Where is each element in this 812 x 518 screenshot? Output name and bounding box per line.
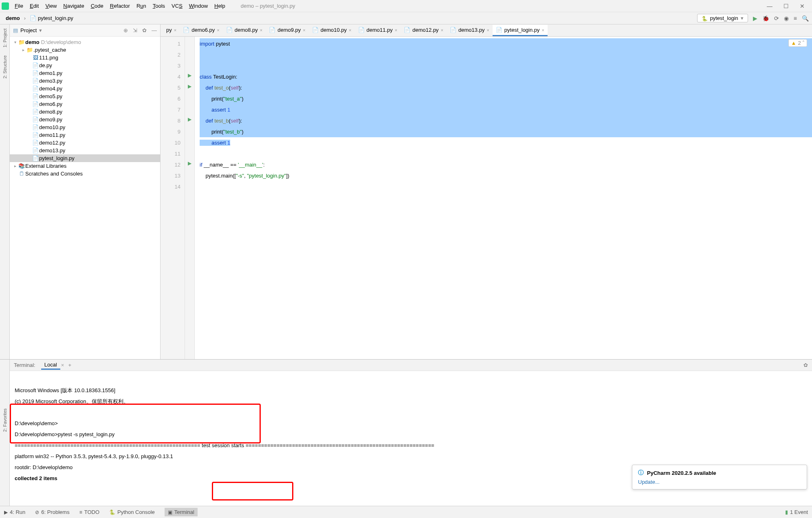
tree-file[interactable]: 📄demo13.py	[10, 147, 160, 154]
tree-file[interactable]: 📄demo4.py	[10, 85, 160, 92]
gutter-icons[interactable]: ▶▶▶▶	[185, 37, 195, 359]
tree-file[interactable]: 📄demo8.py	[10, 108, 160, 116]
run-config-selector[interactable]: pytest_login ▾	[697, 14, 748, 22]
settings-icon[interactable]: ✿	[142, 27, 147, 33]
editor-tab[interactable]: 📄demo6.py×	[180, 25, 223, 36]
close-icon[interactable]: ×	[61, 362, 64, 368]
menu-vcs[interactable]: VCS	[168, 2, 186, 10]
run-button[interactable]: ▶	[753, 15, 757, 22]
window-maximize[interactable]: ☐	[778, 3, 794, 9]
code-editor[interactable]: 1234567891011121314 ▶▶▶▶ import pytest c…	[161, 37, 812, 359]
tree-file[interactable]: 📄demo11.py	[10, 131, 160, 139]
close-icon[interactable]: ×	[441, 28, 443, 33]
left-tool-strip-bottom: 2: Favorites	[0, 360, 10, 506]
window-minimize[interactable]: —	[761, 3, 778, 9]
window-title: demo – pytest_login.py	[241, 3, 295, 9]
close-icon[interactable]: ×	[486, 28, 489, 33]
tool-structure[interactable]: 2: Structure	[2, 55, 7, 79]
notif-title: PyCharm 2020.2.5 available	[647, 470, 716, 476]
breadcrumb-root[interactable]: demo	[3, 14, 22, 22]
close-icon[interactable]: ×	[349, 28, 351, 33]
status-run[interactable]: ▶ 4: Run	[4, 509, 25, 515]
window-close[interactable]: ✕	[794, 3, 810, 9]
close-icon[interactable]: ×	[395, 28, 397, 33]
python-icon	[702, 15, 707, 21]
editor-tab[interactable]: 📄demo8.py×	[223, 25, 266, 36]
menu-navigate[interactable]: Navigate	[60, 2, 87, 10]
tool-favorites[interactable]: 2: Favorites	[2, 408, 7, 432]
status-event-log[interactable]: ▮ 1 Event	[785, 509, 808, 515]
tree-external-libs[interactable]: ▸📚External Libraries	[10, 162, 160, 170]
editor-area: py× 📄demo6.py× 📄demo8.py× 📄demo9.py× 📄de…	[161, 24, 812, 359]
close-icon[interactable]: ×	[174, 28, 176, 33]
tree-root[interactable]: ▾📁 demoD:\develop\demo	[10, 38, 160, 46]
tree-scratches[interactable]: 🗒Scratches and Consoles	[10, 170, 160, 178]
locate-icon[interactable]: ⊕	[123, 27, 128, 33]
terminal-tab[interactable]: Local	[41, 361, 60, 370]
close-icon[interactable]: ×	[542, 28, 544, 33]
notif-update-link[interactable]: Update...	[638, 479, 801, 485]
chevron-down-icon: ▾	[741, 15, 744, 21]
debug-button[interactable]: 🐞	[762, 15, 769, 22]
tree-file[interactable]: 📄demo12.py	[10, 139, 160, 147]
status-todo[interactable]: ≡ TODO	[79, 509, 99, 515]
terminal-label: Terminal:	[14, 362, 35, 368]
tree-folder-cache[interactable]: ▸📁.pytest_cache	[10, 46, 160, 54]
tree-file[interactable]: 🖼111.png	[10, 54, 160, 61]
project-tree[interactable]: ▾📁 demoD:\develop\demo ▸📁.pytest_cache 🖼…	[10, 37, 160, 359]
project-tool-window: ▤ Project ▾ ⊕ ⇲ ✿ — ▾📁 demoD:\develop\de…	[10, 24, 161, 359]
editor-tab[interactable]: 📄demo11.py×	[355, 25, 401, 36]
close-icon[interactable]: ×	[303, 28, 305, 33]
inspection-badge[interactable]: ▲2 ˆ	[788, 39, 807, 47]
update-notification[interactable]: ⓘPyCharm 2020.2.5 available Update...	[632, 465, 807, 489]
menu-edit[interactable]: Edit	[26, 2, 42, 10]
add-terminal[interactable]: +	[68, 362, 71, 368]
menu-tools[interactable]: Tools	[150, 2, 168, 10]
chevron-down-icon[interactable]: ▾	[39, 27, 42, 33]
tree-file[interactable]: 📄demo3.py	[10, 77, 160, 85]
coverage-button[interactable]: ⟳	[774, 15, 779, 22]
menu-help[interactable]: Help	[211, 2, 229, 10]
menu-code[interactable]: Code	[88, 2, 107, 10]
menu-file[interactable]: File	[11, 2, 26, 10]
project-header: ▤ Project ▾ ⊕ ⇲ ✿ —	[10, 24, 160, 37]
gear-icon[interactable]: ✿	[803, 362, 808, 368]
tree-file[interactable]: 📄de.py	[10, 61, 160, 69]
tree-file[interactable]: 📄demo1.py	[10, 69, 160, 77]
menu-view[interactable]: View	[42, 2, 60, 10]
editor-tab[interactable]: 📄demo13.py×	[447, 25, 493, 36]
search-everywhere[interactable]: 🔍	[802, 15, 809, 22]
tree-file[interactable]: 📄demo6.py	[10, 100, 160, 108]
main-area: 1: Project 2: Structure ▤ Project ▾ ⊕ ⇲ …	[0, 24, 812, 359]
menu-bar: File Edit View Navigate Code Refactor Ru…	[0, 0, 812, 12]
status-python-console[interactable]: 🐍 Python Console	[109, 509, 155, 515]
tree-file-selected[interactable]: 📄pytest_login.py	[10, 154, 160, 162]
terminal-header: Terminal: Local × + ✿	[10, 360, 812, 371]
menu-refactor[interactable]: Refactor	[107, 2, 133, 10]
toolbar-extra[interactable]: ≡	[794, 15, 797, 22]
menu-run[interactable]: Run	[133, 2, 150, 10]
tool-project[interactable]: 1: Project	[2, 29, 7, 47]
editor-tab[interactable]: 📄demo12.py×	[400, 25, 447, 36]
breadcrumb-file[interactable]: 📄 pytest_login.py	[27, 14, 76, 22]
profile-button[interactable]: ◉	[784, 15, 789, 22]
editor-tab[interactable]: py×	[163, 25, 180, 36]
warning-icon: ▲	[791, 40, 797, 46]
code-content[interactable]: import pytest class TestLogin: def test_…	[195, 37, 812, 359]
editor-tab-bar: py× 📄demo6.py× 📄demo8.py× 📄demo9.py× 📄de…	[161, 24, 812, 37]
left-tool-strip: 1: Project 2: Structure	[0, 24, 10, 359]
hide-icon[interactable]: —	[152, 27, 157, 33]
status-terminal[interactable]: ▣ Terminal	[165, 508, 198, 516]
status-problems[interactable]: ⊘ 6: Problems	[35, 509, 69, 515]
menu-window[interactable]: Window	[186, 2, 211, 10]
expand-icon[interactable]: ⇲	[133, 27, 137, 33]
editor-tab[interactable]: 📄demo9.py×	[266, 25, 309, 36]
close-icon[interactable]: ×	[260, 28, 262, 33]
tree-file[interactable]: 📄demo9.py	[10, 116, 160, 123]
close-icon[interactable]: ×	[217, 28, 219, 33]
chevron-icon	[22, 15, 27, 21]
tree-file[interactable]: 📄demo10.py	[10, 123, 160, 131]
editor-tab[interactable]: 📄demo10.py×	[309, 25, 355, 36]
tree-file[interactable]: 📄demo5.py	[10, 92, 160, 100]
editor-tab-active[interactable]: 📄pytest_login.py×	[493, 25, 548, 36]
